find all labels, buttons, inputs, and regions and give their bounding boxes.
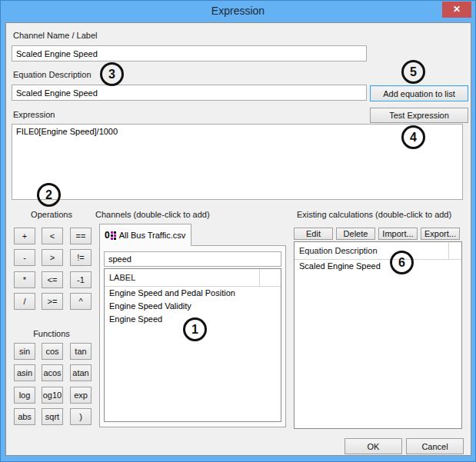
fn-sin-button[interactable]: sin <box>14 343 35 360</box>
expression-dialog: Expression ✕ Channel Name / Label Equati… <box>0 0 476 462</box>
csv-file-icon: 0 <box>105 231 116 240</box>
expression-label: Expression <box>13 110 55 119</box>
fn-cos-button[interactable]: cos <box>42 343 63 360</box>
export-button[interactable]: Export... <box>421 228 460 240</box>
fn-tan-button[interactable]: tan <box>70 343 92 360</box>
existing-calculations-label: Existing calculations (double-click to a… <box>297 210 451 219</box>
add-equation-button[interactable]: Add equation to list <box>370 85 468 101</box>
op-ge-button[interactable]: >= <box>42 293 63 310</box>
dialog-title: Expression <box>1 1 475 22</box>
annotation-6: 6 <box>390 251 414 274</box>
channels-list[interactable]: LABEL Engine Speed and Pedal Position En… <box>104 268 281 422</box>
fn-log10-button[interactable]: og10 <box>42 387 63 404</box>
tab-all-bus-traffic[interactable]: 0 All Bus Traffic.csv <box>99 224 191 246</box>
op-neg-button[interactable]: -1 <box>70 271 92 288</box>
close-button[interactable]: ✕ <box>442 2 471 18</box>
expression-text: FILE0[Engine Speed]/1000 <box>16 127 118 136</box>
fn-exp-button[interactable]: exp <box>70 387 92 404</box>
import-button[interactable]: Import... <box>378 228 418 240</box>
tab-label: All Bus Traffic.csv <box>119 231 186 240</box>
edit-button[interactable]: Edit <box>294 228 333 240</box>
title-bar[interactable]: Expression ✕ <box>1 1 475 22</box>
delete-button[interactable]: Delete <box>336 228 375 240</box>
op-gt-button[interactable]: > <box>42 249 63 266</box>
fn-abs-button[interactable]: abs <box>14 408 35 425</box>
channels-column-header[interactable]: LABEL <box>105 269 281 287</box>
equation-description-input[interactable] <box>12 85 367 101</box>
annotation-1: 1 <box>183 317 207 341</box>
equation-description-label: Equation Description <box>13 70 92 79</box>
annotation-2: 2 <box>37 183 61 207</box>
existing-calculations-list[interactable]: Equation Description Scaled Engine Speed <box>294 241 462 429</box>
fn-acos-button[interactable]: acos <box>42 364 63 381</box>
channel-row-engine-speed-and-pedal-position[interactable]: Engine Speed and Pedal Position <box>105 287 281 300</box>
op-pow-button[interactable]: ^ <box>70 293 92 310</box>
op-mul-button[interactable]: * <box>14 271 35 288</box>
channel-search-input[interactable] <box>104 251 281 267</box>
channel-name-label: Channel Name / Label <box>13 31 97 40</box>
annotation-5: 5 <box>401 60 425 84</box>
column-divider <box>448 242 449 259</box>
existing-column-header[interactable]: Equation Description <box>295 242 461 260</box>
fn-paren-button[interactable]: ) <box>70 408 92 425</box>
existing-row-scaled-engine-speed[interactable]: Scaled Engine Speed <box>295 260 461 273</box>
op-div-button[interactable]: / <box>14 293 35 310</box>
op-ne-button[interactable]: != <box>70 249 92 266</box>
fn-asin-button[interactable]: asin <box>14 364 35 381</box>
functions-label: Functions <box>13 329 90 338</box>
channel-name-input[interactable] <box>12 45 367 61</box>
cancel-button[interactable]: Cancel <box>406 438 464 454</box>
fn-log-button[interactable]: log <box>14 387 35 404</box>
dialog-body: Channel Name / Label Equation Descriptio… <box>5 22 471 456</box>
op-eq-button[interactable]: == <box>70 228 92 244</box>
op-le-button[interactable]: <= <box>42 271 63 288</box>
close-icon: ✕ <box>453 4 461 15</box>
op-lt-button[interactable]: < <box>42 228 63 244</box>
channel-row-engine-speed-validity[interactable]: Engine Speed Validity <box>105 300 281 313</box>
ok-button[interactable]: OK <box>345 438 402 454</box>
op-plus-button[interactable]: + <box>14 228 35 244</box>
expression-input[interactable]: FILE0[Engine Speed]/1000 <box>12 124 463 200</box>
fn-sqrt-button[interactable]: sqrt <box>42 408 63 425</box>
column-divider <box>259 269 260 286</box>
channels-label: Channels (double-click to add) <box>95 210 210 219</box>
fn-atan-button[interactable]: atan <box>70 364 92 381</box>
annotation-4: 4 <box>401 125 425 149</box>
op-minus-button[interactable]: - <box>14 249 35 266</box>
operations-label: Operations <box>13 210 90 219</box>
annotation-3: 3 <box>100 62 124 86</box>
test-expression-button[interactable]: Test Expression <box>370 108 468 123</box>
